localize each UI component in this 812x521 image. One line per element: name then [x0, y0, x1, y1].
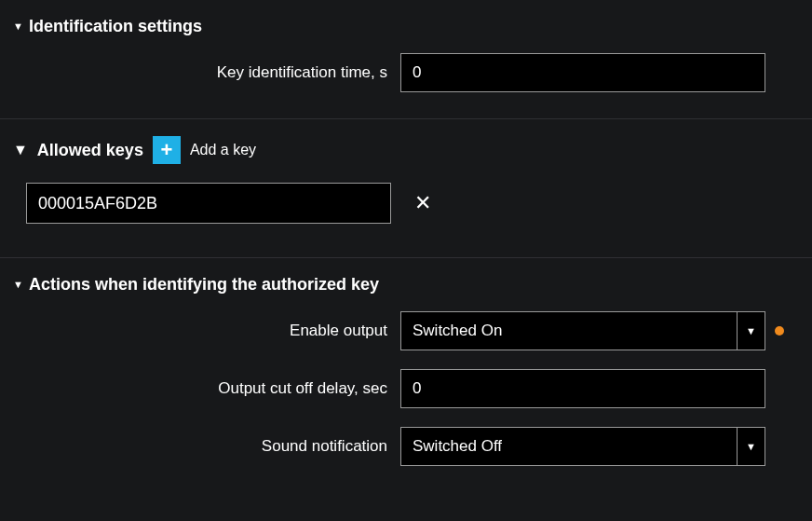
identification-section-title: Identification settings: [29, 17, 202, 36]
divider: [0, 257, 812, 258]
cutoff-label: Output cut off delay, sec: [0, 379, 400, 398]
enable-output-label: Enable output: [0, 322, 400, 340]
caret-down-icon: ▼: [13, 21, 23, 32]
allowed-keys-header[interactable]: ▼ Allowed keys + Add a key: [0, 129, 812, 171]
identification-section-header[interactable]: ▼ Identification settings: [0, 9, 812, 44]
add-key-button[interactable]: +: [153, 136, 181, 164]
cutoff-input[interactable]: [400, 369, 765, 408]
actions-section-header[interactable]: ▼ Actions when identifying the authorize…: [0, 267, 812, 302]
close-icon: ✕: [414, 191, 431, 214]
enable-output-select[interactable]: Switched On ▼: [400, 311, 765, 350]
caret-down-icon: ▼: [13, 142, 28, 158]
chevron-down-icon: ▼: [737, 312, 765, 350]
allowed-key-row: ✕: [0, 171, 812, 240]
plus-icon: +: [160, 140, 172, 160]
allowed-key-input[interactable]: [26, 183, 391, 224]
enable-output-row: Enable output Switched On ▼: [0, 302, 812, 360]
caret-down-icon: ▼: [13, 280, 23, 290]
sound-label: Sound notification: [0, 437, 400, 456]
sound-value: Switched Off: [401, 428, 737, 465]
remove-key-button[interactable]: ✕: [412, 191, 434, 215]
modified-indicator-icon: [775, 326, 784, 336]
key-id-time-row: Key identification time, s: [0, 44, 812, 102]
enable-output-value: Switched On: [401, 312, 737, 350]
sound-row: Sound notification Switched Off ▼: [0, 418, 812, 475]
sound-select[interactable]: Switched Off ▼: [400, 427, 765, 466]
add-key-label: Add a key: [190, 142, 256, 158]
divider: [0, 118, 812, 119]
key-id-time-input[interactable]: [400, 53, 765, 92]
cutoff-row: Output cut off delay, sec: [0, 360, 812, 418]
chevron-down-icon: ▼: [737, 428, 765, 465]
key-id-time-label: Key identification time, s: [0, 63, 400, 82]
allowed-keys-title: Allowed keys: [37, 141, 143, 160]
actions-section-title: Actions when identifying the authorized …: [29, 275, 379, 295]
